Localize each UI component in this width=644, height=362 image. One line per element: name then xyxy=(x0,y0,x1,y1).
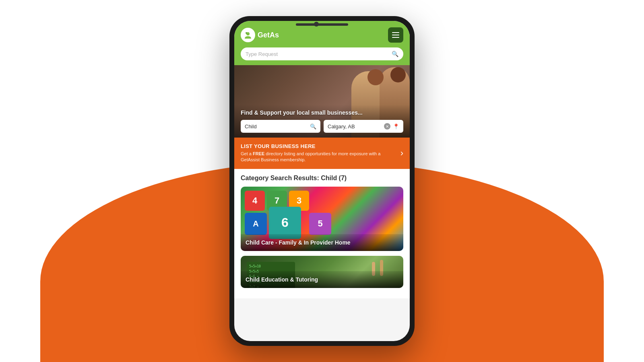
keyword-search-icon: 🔍 xyxy=(310,123,316,130)
phone-camera xyxy=(314,22,319,27)
keyword-value: Child xyxy=(245,123,308,130)
search-icon: 🔍 xyxy=(392,51,398,57)
hero-tagline: Find & Support your local small business… xyxy=(241,109,403,116)
category-card-1[interactable]: 5+5=105×5=56+6 =6×6=367+7 =7×7= Child Ed… xyxy=(241,256,403,288)
card-label-1: Child Education & Tutoring xyxy=(246,276,318,283)
results-section: Category Search Results: Child (7) 4 7 3… xyxy=(234,169,410,298)
business-listing-banner[interactable]: LIST YOUR BUSINESS HERE Get a FREE direc… xyxy=(234,138,410,169)
foam-piece-1: 4 xyxy=(245,191,265,211)
location-value: Calgary, AB xyxy=(328,123,382,130)
hamburger-icon xyxy=(392,32,399,38)
person-head-2 xyxy=(390,67,406,82)
logo-text: GetAs xyxy=(258,31,279,39)
clear-location-button[interactable]: ✕ xyxy=(384,123,390,130)
category-card-0[interactable]: 4 7 3 A 6 5 Child Care - Family & In Pro… xyxy=(241,187,403,251)
banner-text-area: LIST YOUR BUSINESS HERE Get a FREE direc… xyxy=(241,143,397,163)
header-search-bar: Type Request 🔍 xyxy=(234,47,410,65)
person-head-1 xyxy=(367,69,384,85)
scroll-content[interactable]: Find & Support your local small business… xyxy=(234,65,410,341)
search-input-wrapper[interactable]: Type Request 🔍 xyxy=(241,47,403,60)
menu-button[interactable] xyxy=(388,27,403,43)
location-search-field[interactable]: Calgary, AB ✕ 📍 xyxy=(324,120,403,133)
svg-point-1 xyxy=(246,32,247,34)
card-overlay-0: Child Care - Family & In Provider Home xyxy=(241,234,403,251)
hero-overlay: Find & Support your local small business… xyxy=(234,105,410,138)
phone-screen: GetAs Type Request 🔍 xyxy=(234,21,410,341)
card-overlay-1: Child Education & Tutoring xyxy=(241,271,403,288)
banner-title: LIST YOUR BUSINESS HERE xyxy=(241,143,397,149)
hero-section: Find & Support your local small business… xyxy=(234,65,410,138)
banner-description: Get a FREE directory listing and opportu… xyxy=(241,151,397,163)
search-fields-row: Child 🔍 Calgary, AB ✕ 📍 xyxy=(241,120,403,133)
results-title: Category Search Results: Child (7) xyxy=(241,175,403,182)
keyword-search-field[interactable]: Child 🔍 xyxy=(241,120,320,133)
logo-area: GetAs xyxy=(241,28,279,42)
card-label-0: Child Care - Family & In Provider Home xyxy=(246,239,351,246)
search-placeholder: Type Request xyxy=(246,51,388,57)
getassist-logo-svg xyxy=(244,31,252,39)
banner-arrow-icon: › xyxy=(400,148,403,158)
free-label: FREE xyxy=(253,151,264,156)
foam-piece-4: A xyxy=(245,213,267,235)
phone-notch xyxy=(296,23,348,26)
location-pin-icon: 📍 xyxy=(393,123,399,130)
phone-frame: GetAs Type Request 🔍 xyxy=(229,16,415,346)
foam-piece-6: 5 xyxy=(309,213,331,235)
logo-icon xyxy=(241,28,255,42)
